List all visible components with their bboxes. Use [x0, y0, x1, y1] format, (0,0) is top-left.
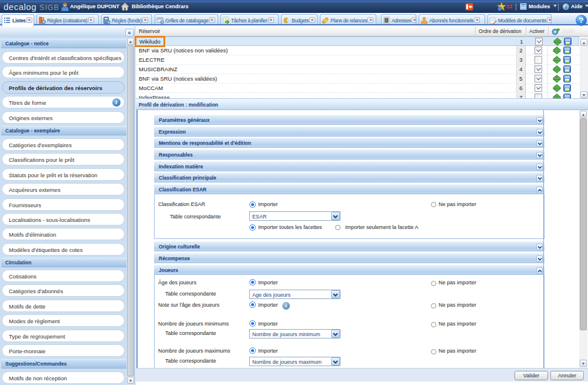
svg-text:€: €	[284, 16, 288, 24]
